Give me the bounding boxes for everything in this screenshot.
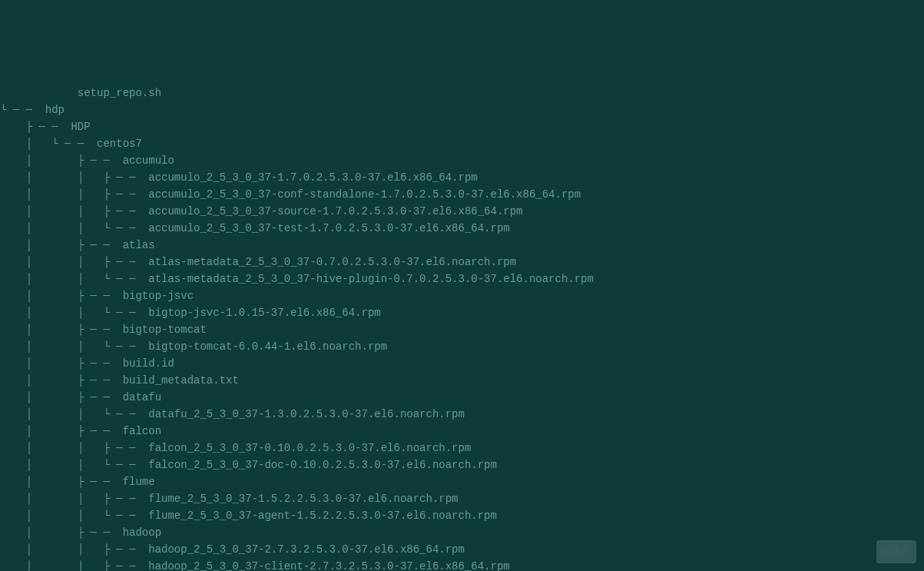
terminal-output: setup_repo.sh└ ─ ─ hdp ├ ─ ─ HDP │ └ ─ ─… xyxy=(0,68,924,571)
tree-line: │ ├ ─ ─ accumulo xyxy=(0,152,924,169)
tree-line: │ ├ ─ ─ build.id xyxy=(0,355,924,372)
tree-line: │ └ ─ ─ centos7 xyxy=(0,135,924,152)
tree-line: └ ─ ─ hdp xyxy=(0,101,924,118)
tree-line: │ ├ ─ ─ datafu xyxy=(0,389,924,406)
tree-line: │ ├ ─ ─ atlas xyxy=(0,237,924,254)
tree-line: │ │ ├ ─ ─ accumulo_2_5_3_0_37-conf-stand… xyxy=(0,186,924,203)
tree-line: │ │ └ ─ ─ atlas-metadata_2_5_3_0_37-hive… xyxy=(0,271,924,287)
tree-line: │ │ ├ ─ ─ flume_2_5_3_0_37-1.5.2.2.5.3.0… xyxy=(0,490,924,507)
tree-line: │ ├ ─ ─ hadoop xyxy=(0,524,924,541)
tree-line: │ │ └ ─ ─ accumulo_2_5_3_0_37-test-1.7.0… xyxy=(0,220,924,237)
watermark: 亿速云 xyxy=(876,540,916,563)
tree-line: │ │ ├ ─ ─ atlas-metadata_2_5_3_0_37-0.7.… xyxy=(0,254,924,271)
tree-line: │ │ ├ ─ ─ accumulo_2_5_3_0_37-1.7.0.2.5.… xyxy=(0,169,924,186)
tree-line: │ ├ ─ ─ falcon xyxy=(0,423,924,440)
tree-line: │ ├ ─ ─ bigtop-tomcat xyxy=(0,321,924,338)
tree-line: │ │ └ ─ ─ bigtop-tomcat-6.0.44-1.el6.noa… xyxy=(0,338,924,355)
tree-line: │ │ └ ─ ─ falcon_2_5_3_0_37-doc-0.10.0.2… xyxy=(0,456,924,473)
tree-line: │ ├ ─ ─ flume xyxy=(0,473,924,490)
tree-line: │ │ └ ─ ─ bigtop-jsvc-1.0.15-37.el6.x86_… xyxy=(0,304,924,321)
tree-line: setup_repo.sh xyxy=(0,85,924,101)
tree-line: │ │ ├ ─ ─ hadoop_2_5_3_0_37-2.7.3.2.5.3.… xyxy=(0,541,924,558)
tree-line: │ │ └ ─ ─ flume_2_5_3_0_37-agent-1.5.2.2… xyxy=(0,507,924,524)
tree-line: │ ├ ─ ─ bigtop-jsvc xyxy=(0,287,924,304)
tree-line: │ │ ├ ─ ─ hadoop_2_5_3_0_37-client-2.7.3… xyxy=(0,558,924,571)
tree-line: │ ├ ─ ─ build_metadata.txt xyxy=(0,372,924,389)
tree-line: │ │ ├ ─ ─ accumulo_2_5_3_0_37-source-1.7… xyxy=(0,203,924,220)
tree-line: ├ ─ ─ HDP xyxy=(0,118,924,135)
tree-line: │ │ ├ ─ ─ falcon_2_5_3_0_37-0.10.0.2.5.3… xyxy=(0,440,924,456)
tree-line: │ │ └ ─ ─ datafu_2_5_3_0_37-1.3.0.2.5.3.… xyxy=(0,406,924,423)
